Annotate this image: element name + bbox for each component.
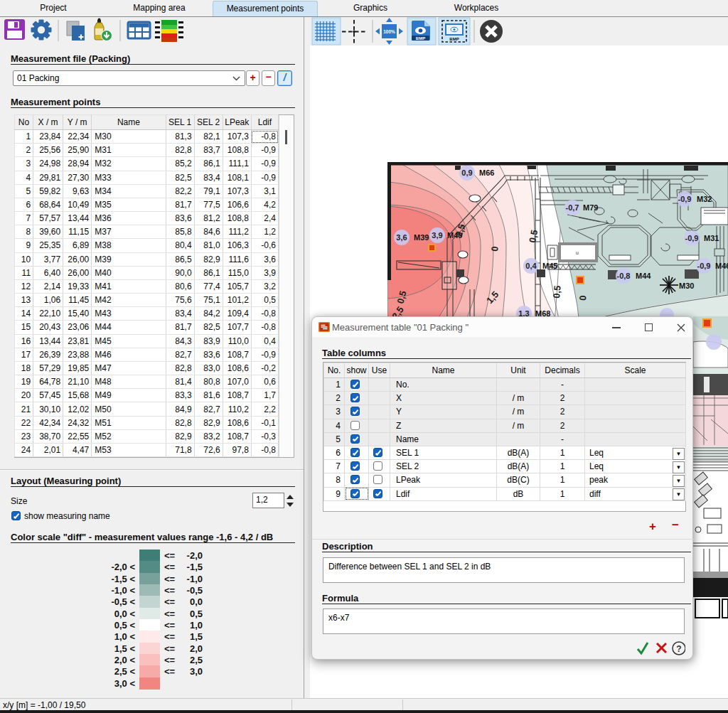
svg-text:0,9: 0,9 xyxy=(461,168,472,177)
svg-text:M32: M32 xyxy=(697,195,712,203)
svg-text:M46: M46 xyxy=(715,262,728,270)
svg-text:0,4: 0,4 xyxy=(525,262,537,270)
svg-text:M31: M31 xyxy=(704,234,719,242)
svg-text:3,6: 3,6 xyxy=(396,233,407,242)
svg-text:M40: M40 xyxy=(447,231,462,240)
svg-text:0: 0 xyxy=(577,295,588,301)
svg-text:-0,8: -0,8 xyxy=(617,272,631,280)
svg-text:u: u xyxy=(576,250,579,255)
svg-text:3,9: 3,9 xyxy=(432,231,442,240)
svg-text:M66: M66 xyxy=(479,168,494,177)
svg-text:M30: M30 xyxy=(679,282,694,290)
svg-text:M39: M39 xyxy=(414,233,429,242)
svg-text:M79: M79 xyxy=(583,203,598,212)
svg-text:0,5: 0,5 xyxy=(527,229,540,243)
svg-text:-0,9: -0,9 xyxy=(697,262,711,270)
svg-text:0: 0 xyxy=(489,246,500,252)
svg-text:-0,7: -0,7 xyxy=(566,203,579,212)
svg-text:BMP: BMP xyxy=(449,37,459,41)
svg-text:M44: M44 xyxy=(636,272,651,280)
svg-text:-0,9: -0,9 xyxy=(685,234,699,242)
svg-text:0,5: 0,5 xyxy=(551,285,563,299)
svg-text:100%: 100% xyxy=(383,29,395,34)
svg-text:BMP: BMP xyxy=(416,36,425,41)
svg-text:?: ? xyxy=(676,644,681,654)
svg-text:-0,9: -0,9 xyxy=(678,195,692,203)
svg-text:M45: M45 xyxy=(542,262,557,270)
